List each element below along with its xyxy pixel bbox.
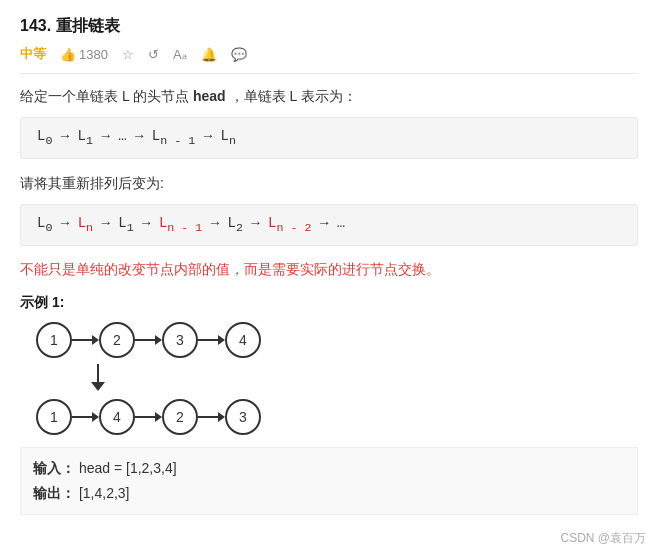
node-1-3: 3 — [162, 322, 198, 358]
divider — [20, 73, 638, 74]
arrow-6 — [198, 412, 225, 422]
node-2-4: 3 — [225, 399, 261, 435]
list-row-2: 1 4 2 3 — [36, 399, 638, 435]
page-container: 143. 重排链表 中等 👍 1380 ☆ ↺ Aₐ 🔔 💬 给定一个单链表 L… — [0, 0, 658, 531]
arrow-1 — [72, 335, 99, 345]
input-line: 输入： head = [1,2,3,4] — [33, 456, 625, 481]
node-1-2: 2 — [99, 322, 135, 358]
down-arrow — [91, 364, 105, 391]
output-value: [1,4,2,3] — [79, 485, 130, 501]
input-label: 输入： — [33, 460, 75, 476]
down-arrow-line — [97, 364, 99, 382]
formula-2-text: L0 → Ln → L1 → Ln - 1 → L2 → Ln - 2 → … — [37, 215, 345, 231]
thumb-up-icon: 👍 — [60, 47, 76, 62]
translate-item[interactable]: Aₐ — [173, 47, 187, 62]
star-icon: ☆ — [122, 47, 134, 62]
refresh-item[interactable]: ↺ — [148, 47, 159, 62]
node-2-2: 4 — [99, 399, 135, 435]
arrow-3 — [198, 335, 225, 345]
node-1-4: 4 — [225, 322, 261, 358]
translate-icon: Aₐ — [173, 47, 187, 62]
likes-item[interactable]: 👍 1380 — [60, 47, 108, 62]
description-1: 给定一个单链表 L 的头节点 head ，单链表 L 表示为： — [20, 84, 638, 109]
formula-1-text: L0 → L1 → … → Ln - 1 → Ln — [37, 128, 236, 144]
formula-block-1: L0 → L1 → … → Ln - 1 → Ln — [20, 117, 638, 159]
stats-row: 中等 👍 1380 ☆ ↺ Aₐ 🔔 💬 — [20, 45, 638, 63]
problem-name: 重排链表 — [56, 17, 120, 34]
chat-item[interactable]: 💬 — [231, 47, 247, 62]
output-label: 输出： — [33, 485, 75, 501]
node-2-1: 1 — [36, 399, 72, 435]
chat-icon: 💬 — [231, 47, 247, 62]
formula-block-2: L0 → Ln → L1 → Ln - 1 → L2 → Ln - 2 → … — [20, 204, 638, 246]
arrow-2 — [135, 335, 162, 345]
watermark: CSDN @袁百万 — [560, 530, 646, 547]
example-io-block: 输入： head = [1,2,3,4] 输出： [1,4,2,3] — [20, 447, 638, 515]
description-2: 请将其重新排列后变为: — [20, 171, 638, 196]
likes-count: 1380 — [79, 47, 108, 62]
input-value: head = [1,2,3,4] — [79, 460, 177, 476]
problem-title: 143. 重排链表 — [20, 16, 120, 37]
bell-item[interactable]: 🔔 — [201, 47, 217, 62]
output-line: 输出： [1,4,2,3] — [33, 481, 625, 506]
diagram-container: 1 2 3 4 1 — [36, 322, 638, 435]
difficulty-badge[interactable]: 中等 — [20, 45, 46, 63]
down-arrow-container — [36, 364, 638, 391]
note-text: 不能只是单纯的改变节点内部的值，而是需要实际的进行节点交换。 — [20, 258, 638, 282]
title-row: 143. 重排链表 — [20, 16, 638, 37]
node-1-1: 1 — [36, 322, 72, 358]
down-arrow-head — [91, 382, 105, 391]
bell-icon: 🔔 — [201, 47, 217, 62]
refresh-icon: ↺ — [148, 47, 159, 62]
example-title: 示例 1: — [20, 294, 638, 312]
list-row-1: 1 2 3 4 — [36, 322, 638, 358]
problem-number: 143. — [20, 17, 51, 34]
arrow-4 — [72, 412, 99, 422]
arrow-5 — [135, 412, 162, 422]
star-item[interactable]: ☆ — [122, 47, 134, 62]
node-2-3: 2 — [162, 399, 198, 435]
